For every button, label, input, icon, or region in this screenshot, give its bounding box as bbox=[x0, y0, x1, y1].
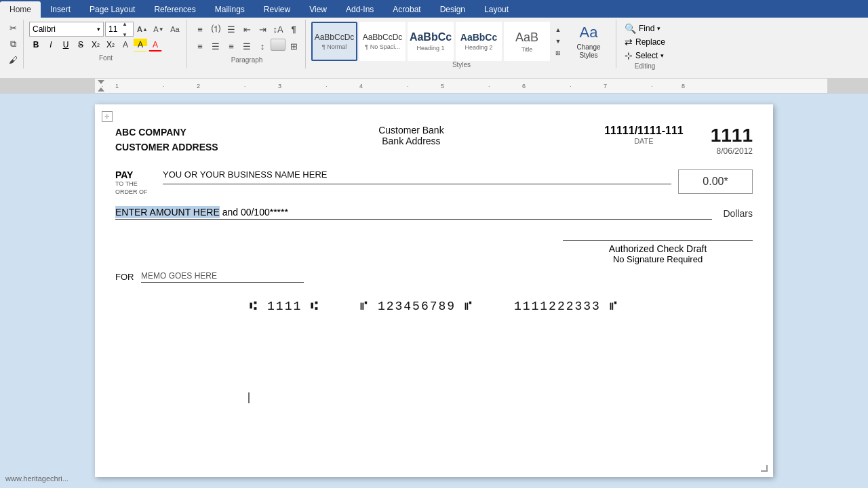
align-center-btn[interactable]: ☰ bbox=[208, 39, 223, 54]
svg-text:2: 2 bbox=[197, 83, 200, 89]
find-dropdown-arrow: ▾ bbox=[657, 25, 660, 32]
tab-insert[interactable]: Insert bbox=[41, 1, 80, 18]
font-group-label: Font bbox=[29, 54, 182, 62]
copy-icon[interactable]: ⧉ bbox=[5, 37, 20, 51]
pay-to-label: TO THEORDER OF bbox=[115, 180, 156, 196]
cut-icon[interactable]: ✂ bbox=[5, 21, 20, 35]
company-info: ABC COMPANY CUSTOMER ADDRESS bbox=[115, 125, 218, 155]
numbering-btn[interactable]: ⑴ bbox=[208, 22, 223, 37]
subscript-button[interactable]: X2 bbox=[89, 38, 102, 52]
text-cursor bbox=[248, 392, 250, 403]
sort-btn[interactable]: ↕A bbox=[271, 22, 285, 37]
line-spacing-btn[interactable]: ↕ bbox=[255, 39, 270, 54]
memo-text[interactable]: MEMO GOES HERE bbox=[141, 271, 304, 283]
micr-check-number: ⑆ 1111 ⑆ bbox=[250, 300, 319, 313]
routing-number: 11111/1111-111 bbox=[604, 125, 684, 137]
tab-review[interactable]: Review bbox=[254, 1, 300, 18]
find-btn[interactable]: 🔍 Find ▾ bbox=[622, 22, 668, 35]
tab-mailings[interactable]: Mailings bbox=[205, 1, 254, 18]
underline-button[interactable]: U bbox=[59, 38, 73, 52]
bullets-btn[interactable]: ≡ bbox=[193, 22, 208, 37]
svg-text:·: · bbox=[326, 83, 328, 89]
font-size-selector[interactable]: 11 bbox=[105, 22, 134, 37]
increase-font-size-btn[interactable]: A▲ bbox=[135, 22, 150, 37]
borders-btn[interactable]: ⊞ bbox=[286, 39, 301, 54]
show-formatting-btn[interactable]: ¶ bbox=[286, 22, 301, 37]
tab-layout[interactable]: Layout bbox=[475, 1, 518, 18]
left-tools: ✂ ⧉ 🖌 bbox=[3, 20, 24, 68]
styles-group: AaBbCcDc ¶ Normal AaBbCcDc ¶ No Spaci...… bbox=[307, 20, 616, 68]
svg-text:·: · bbox=[163, 83, 165, 89]
ruler-content[interactable]: · 1 · 2 · 3 · 4 · 5 · 6 · 7 · 8 bbox=[95, 79, 827, 93]
style-heading2[interactable]: AaBbCc Heading 2 bbox=[456, 22, 502, 61]
select-btn[interactable]: ⊹ Select ▾ bbox=[622, 49, 668, 62]
style-no-spacing[interactable]: AaBbCcDc ¶ No Spaci... bbox=[359, 22, 406, 61]
bold-button[interactable]: B bbox=[29, 38, 43, 52]
styles-expand[interactable]: ⊞ bbox=[553, 47, 564, 58]
amount-box[interactable]: 0.00* bbox=[678, 169, 753, 194]
style-normal[interactable]: AaBbCcDc ¶ Normal bbox=[311, 22, 357, 61]
paragraph-row2: ≡ ☰ ≡ ☰ ↕ ⊞ bbox=[193, 39, 301, 54]
italic-button[interactable]: I bbox=[44, 38, 58, 52]
amount-row: ENTER AMOUNT HERE and 00/100***** Dollar… bbox=[115, 207, 753, 220]
align-left-btn[interactable]: ≡ bbox=[193, 39, 208, 54]
for-label: FOR bbox=[115, 272, 136, 282]
check-header: ABC COMPANY CUSTOMER ADDRESS Customer Ba… bbox=[115, 125, 753, 156]
tab-view[interactable]: View bbox=[300, 1, 336, 18]
paragraph-row1: ≡ ⑴ ☰ ⇤ ⇥ ↕A ¶ bbox=[193, 22, 301, 37]
ribbon-tabs: Home Insert Page Layout References Maili… bbox=[0, 0, 868, 18]
amount-highlighted-text[interactable]: ENTER AMOUNT HERE bbox=[115, 206, 220, 218]
tab-page-layout[interactable]: Page Layout bbox=[80, 1, 144, 18]
styles-scroll-up[interactable]: ▲ bbox=[553, 24, 564, 35]
tab-add-ins[interactable]: Add-Ins bbox=[336, 1, 383, 18]
tab-acrobat[interactable]: Acrobat bbox=[383, 1, 430, 18]
handle-icon: ✛ bbox=[104, 113, 110, 120]
tab-references[interactable]: References bbox=[144, 1, 205, 18]
superscript-button[interactable]: X2 bbox=[104, 38, 117, 52]
check-number-area: 11111/1111-111 DATE 1111 8/06/2012 bbox=[604, 125, 753, 156]
ribbon-toolbar: ✂ ⧉ 🖌 Calibri 11 A▲ A▼ bbox=[0, 18, 868, 79]
document-resize-handle[interactable] bbox=[761, 465, 768, 472]
clear-formatting-btn[interactable]: Aa bbox=[167, 22, 182, 37]
font-color-button[interactable]: A bbox=[149, 38, 162, 52]
editing-group-label: Editing bbox=[622, 62, 668, 70]
date-value: 8/06/2012 bbox=[711, 146, 753, 156]
format-painter-icon[interactable]: 🖌 bbox=[5, 53, 20, 67]
style-heading1[interactable]: AaBbCc Heading 1 bbox=[408, 22, 454, 61]
font-group: Calibri 11 A▲ A▼ Aa B I U bbox=[25, 20, 187, 68]
styles-scroll-down[interactable]: ▼ bbox=[553, 36, 564, 47]
sig-line2: No Signature Required bbox=[563, 254, 753, 264]
strikethrough-button[interactable]: S bbox=[74, 38, 87, 52]
increase-indent-btn[interactable]: ⇥ bbox=[255, 22, 270, 37]
decrease-font-size-btn[interactable]: A▼ bbox=[151, 22, 166, 37]
styles-group-label: Styles bbox=[311, 61, 612, 68]
justify-btn[interactable]: ☰ bbox=[239, 39, 254, 54]
font-name-selector[interactable]: Calibri bbox=[29, 22, 104, 37]
signature-block: Authorized Check Draft No Signature Requ… bbox=[563, 240, 753, 264]
tab-design[interactable]: Design bbox=[431, 1, 475, 18]
decrease-indent-btn[interactable]: ⇤ bbox=[239, 22, 254, 37]
align-right-btn[interactable]: ≡ bbox=[224, 39, 239, 54]
text-effects-button[interactable]: A bbox=[119, 38, 132, 52]
check-document: ✛ ABC COMPANY CUSTOMER ADDRESS Customer … bbox=[95, 104, 773, 477]
payee-name[interactable]: YOU OR YOUR BUSINESS NAME HERE bbox=[163, 169, 671, 184]
multilevel-list-btn[interactable]: ☰ bbox=[224, 22, 239, 37]
font-size-up[interactable] bbox=[119, 18, 130, 29]
indent-top-marker[interactable] bbox=[98, 80, 104, 84]
routing-check-row: 11111/1111-111 DATE 1111 8/06/2012 bbox=[604, 125, 753, 156]
indent-bottom-marker[interactable] bbox=[98, 87, 104, 92]
text-highlight-button[interactable]: A bbox=[134, 38, 147, 52]
style-title[interactable]: AaB Title bbox=[504, 22, 550, 61]
editing-group: 🔍 Find ▾ ⇄ Replace ⊹ Select ▾ Editing bbox=[618, 20, 672, 68]
font-format-row: B I U S X2 X2 A A A bbox=[29, 38, 182, 52]
find-icon: 🔍 bbox=[625, 23, 636, 34]
tab-home[interactable]: Home bbox=[0, 1, 41, 18]
replace-btn[interactable]: ⇄ Replace bbox=[622, 35, 668, 49]
document-handle[interactable]: ✛ bbox=[102, 111, 113, 122]
change-styles-btn[interactable]: Aa ChangeStyles bbox=[566, 22, 612, 61]
shading-btn[interactable] bbox=[271, 39, 285, 51]
dollars-label: Dollars bbox=[717, 208, 753, 219]
styles-list: AaBbCcDc ¶ Normal AaBbCcDc ¶ No Spaci...… bbox=[311, 22, 612, 61]
svg-text:4: 4 bbox=[359, 83, 363, 89]
routing-section: 11111/1111-111 DATE bbox=[604, 125, 684, 145]
